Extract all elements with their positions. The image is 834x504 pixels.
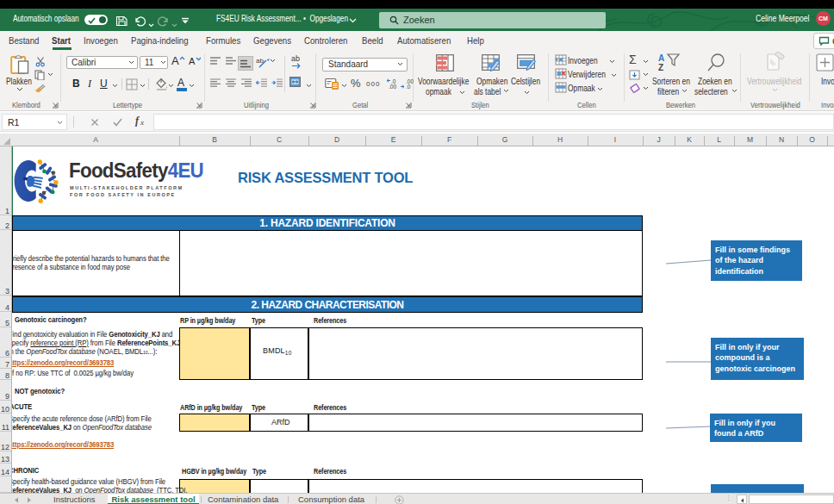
svg-text:.00: .00 — [389, 84, 396, 90]
svg-text:ab: ab — [291, 54, 300, 63]
svg-text:A: A — [658, 53, 664, 63]
svg-text:.0: .0 — [406, 84, 411, 90]
svg-text:Z: Z — [658, 63, 663, 72]
